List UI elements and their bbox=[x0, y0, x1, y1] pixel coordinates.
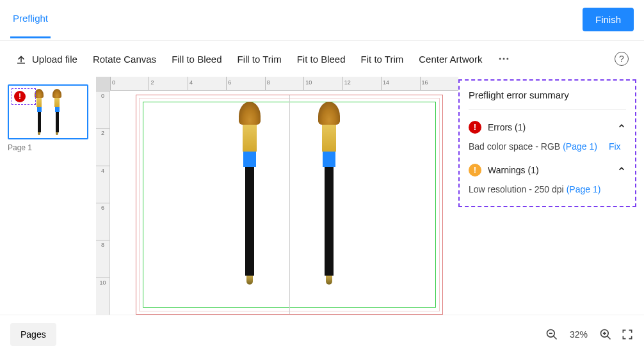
header: Preflight Finish bbox=[0, 0, 644, 41]
error-badge-icon: ! bbox=[14, 91, 26, 102]
upload-file-button[interactable]: Upload file bbox=[15, 53, 77, 65]
pages-button[interactable]: Pages bbox=[10, 323, 56, 346]
canvas-viewport[interactable] bbox=[110, 91, 458, 315]
svg-point-0 bbox=[499, 58, 501, 60]
error-text: Bad color space - RGB bbox=[469, 141, 560, 152]
ruler-vertical: 0 2 4 6 8 10 bbox=[96, 91, 110, 315]
upload-file-label: Upload file bbox=[32, 54, 77, 65]
ruler-horizontal: 0 2 4 6 8 10 12 14 16 bbox=[110, 77, 458, 91]
warning-item: Low resolution - 250 dpi (Page 1) bbox=[469, 184, 626, 194]
chevron-up-icon bbox=[617, 120, 626, 134]
fit-to-trim-button[interactable]: Fit to Trim bbox=[361, 54, 404, 65]
svg-line-4 bbox=[554, 336, 557, 339]
error-icon: ! bbox=[469, 121, 481, 134]
zoom-controls: 32% bbox=[545, 328, 634, 341]
error-item: Bad color space - RGB (Page 1) Fix bbox=[469, 141, 626, 152]
zoom-out-icon[interactable] bbox=[545, 328, 558, 341]
svg-line-7 bbox=[608, 336, 611, 339]
zoom-in-icon[interactable] bbox=[599, 328, 612, 341]
artwork-preview bbox=[35, 89, 44, 135]
fit-to-bleed-button[interactable]: Fit to Bleed bbox=[297, 54, 346, 65]
errors-header-label: Errors (1) bbox=[488, 122, 526, 132]
page-thumbnail-1[interactable]: ! bbox=[8, 84, 88, 139]
more-icon bbox=[497, 52, 510, 65]
center-artwork-button[interactable]: Center Artwork bbox=[419, 54, 482, 65]
warnings-header-label: Warnings (1) bbox=[488, 165, 539, 175]
svg-point-1 bbox=[503, 58, 505, 60]
error-page-link[interactable]: (Page 1) bbox=[563, 141, 597, 152]
page-bleed-box bbox=[136, 95, 443, 315]
more-button[interactable] bbox=[497, 52, 510, 65]
fix-link[interactable]: Fix bbox=[609, 141, 621, 152]
thumbnail-panel: ! Page 1 bbox=[0, 77, 96, 315]
fill-to-bleed-button[interactable]: Fill to Bleed bbox=[172, 54, 221, 65]
svg-point-2 bbox=[507, 58, 509, 60]
main-area: ! Page 1 0 2 4 6 8 10 12 14 16 0 bbox=[0, 77, 644, 315]
canvas-area: 0 2 4 6 8 10 12 14 16 0 2 4 6 8 10 bbox=[96, 77, 458, 315]
bottom-bar: Pages 32% bbox=[0, 315, 644, 353]
upload-icon bbox=[15, 53, 27, 65]
toolbar: Upload file Rotate Canvas Fill to Bleed … bbox=[0, 41, 644, 77]
artwork-preview bbox=[52, 89, 61, 135]
ruler-corner bbox=[96, 77, 110, 91]
artwork-object[interactable] bbox=[239, 102, 261, 285]
tab-preflight[interactable]: Preflight bbox=[10, 8, 51, 38]
zoom-value: 32% bbox=[567, 329, 590, 340]
chevron-up-icon bbox=[617, 163, 626, 176]
warnings-section-header[interactable]: ! Warnings (1) bbox=[469, 163, 626, 176]
finish-button[interactable]: Finish bbox=[583, 8, 634, 31]
thumbnail-label: Page 1 bbox=[8, 143, 88, 152]
warning-text: Low resolution - 250 dpi bbox=[469, 184, 564, 194]
summary-title: Preflight error summary bbox=[469, 90, 626, 110]
artwork-object[interactable] bbox=[318, 102, 340, 285]
fill-to-trim-button[interactable]: Fill to Trim bbox=[237, 54, 282, 65]
preflight-summary-panel: Preflight error summary ! Errors (1) Bad… bbox=[458, 79, 636, 207]
fullscreen-icon[interactable] bbox=[621, 328, 634, 341]
warning-page-link[interactable]: (Page 1) bbox=[567, 184, 601, 194]
rotate-canvas-button[interactable]: Rotate Canvas bbox=[93, 54, 156, 65]
errors-section-header[interactable]: ! Errors (1) bbox=[469, 120, 626, 134]
help-icon[interactable]: ? bbox=[615, 52, 629, 66]
warning-icon: ! bbox=[469, 164, 481, 176]
